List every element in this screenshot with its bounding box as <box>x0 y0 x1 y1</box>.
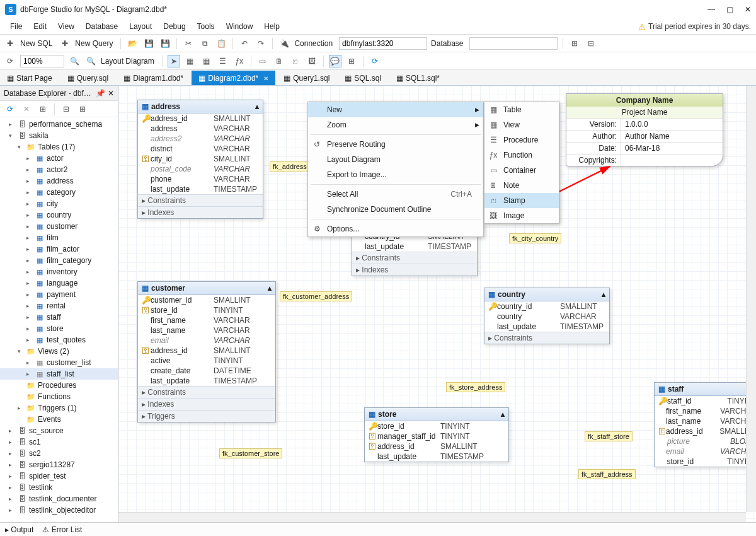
collapse-icon[interactable]: ▴ <box>268 284 272 293</box>
tree-node[interactable]: ▸film_actor <box>0 243 118 255</box>
entity-customer[interactable]: ▦customer▴ 🔑customer_idSMALLINT⚿store_id… <box>137 281 276 422</box>
context-menu-new[interactable]: ▦Table▦View☰ProcedureƒxFunction▭Containe… <box>484 102 559 224</box>
tree-node[interactable]: ▸customer <box>0 221 118 232</box>
tree-node[interactable]: ▸language <box>0 277 118 289</box>
entity-section[interactable]: ▸ Constraints <box>138 386 275 398</box>
new-sql-icon[interactable]: ✚ <box>4 37 16 50</box>
tree-node[interactable]: ▸test_quotes <box>0 334 118 346</box>
vertical-scrollbar[interactable] <box>746 86 756 512</box>
tree-node[interactable]: ▸actor2 <box>0 164 118 175</box>
tree-node[interactable]: ▸testlink_documenter <box>0 493 118 504</box>
layout-icon[interactable]: ⊞ <box>568 37 581 50</box>
tree-node[interactable]: ▸payment <box>0 289 118 300</box>
doc-tab[interactable]: ▦Diagram1.dbd* <box>117 71 190 85</box>
connection-icon[interactable]: 🔌 <box>278 37 290 50</box>
tree-node[interactable]: ▾Tables (17) <box>0 141 118 153</box>
output-tab[interactable]: ▸ Output <box>5 525 33 534</box>
tree-node[interactable]: ▸inventory <box>0 266 118 277</box>
entity-country[interactable]: ▦country▴ 🔑country_idSMALLINTcountryVARC… <box>484 288 610 344</box>
horizontal-scrollbar[interactable] <box>118 512 746 522</box>
menu-tools[interactable]: Tools <box>192 20 220 33</box>
zoom-combo[interactable] <box>20 55 64 67</box>
entity-section[interactable]: ▸ Indexes <box>138 206 263 218</box>
menu-debug[interactable]: Debug <box>158 20 190 33</box>
context-menu-main[interactable]: New▶Zoom▶↺Preserve RoutingLayout Diagram… <box>307 102 484 237</box>
cut-icon[interactable]: ✂ <box>182 37 195 50</box>
tree-node[interactable]: ▸film <box>0 232 118 243</box>
entity-section[interactable]: ▸ Triggers <box>138 410 275 422</box>
tree-node[interactable]: ▸sc2 <box>0 448 118 459</box>
tree-node[interactable]: ▸actor <box>0 153 118 164</box>
tree-node[interactable]: ▸spider_test <box>0 470 118 482</box>
menu-help[interactable]: Help <box>259 20 285 33</box>
entity-section[interactable]: ▸ Constraints <box>352 252 477 264</box>
undo-icon[interactable]: ↶ <box>238 37 251 50</box>
menu-item[interactable]: 🖼Image <box>484 208 559 223</box>
tree-node[interactable]: ▾sakila <box>0 130 118 141</box>
menu-item[interactable]: ☰Procedure <box>484 132 559 148</box>
menu-item[interactable]: Synchronize Document Outline <box>308 202 483 217</box>
maximize-button[interactable]: ▢ <box>726 5 733 14</box>
add-view-icon[interactable]: ▦ <box>200 55 213 67</box>
tree-node[interactable]: ▸store <box>0 323 118 334</box>
close-panel-icon[interactable]: ✕ <box>108 89 114 98</box>
menu-edit[interactable]: Edit <box>28 20 52 33</box>
stamp-icon[interactable]: ⏍ <box>289 55 302 67</box>
add-proc-icon[interactable]: ☰ <box>217 55 229 67</box>
copy-icon[interactable]: ⧉ <box>198 37 211 50</box>
refresh-icon[interactable]: ⟳ <box>4 55 16 67</box>
tree-tool-icon[interactable]: ⊞ <box>37 103 49 115</box>
doc-tab[interactable]: ▦Query1.sql <box>277 71 336 85</box>
minimize-button[interactable]: — <box>707 5 715 14</box>
menu-view[interactable]: View <box>53 20 79 33</box>
entity-store[interactable]: ▦store▴ 🔑store_idTINYINT⚿manager_staff_i… <box>364 407 509 462</box>
tree-node[interactable]: Functions <box>0 391 118 402</box>
explorer-tree[interactable]: ▸performance_schema▾sakila▾Tables (17)▸a… <box>0 117 118 522</box>
error-list-tab[interactable]: ⚠ Error List <box>42 525 82 534</box>
tree-node[interactable]: ▸testlink_objecteditor <box>0 504 118 516</box>
new-query-button[interactable]: New Query <box>75 39 113 48</box>
entity-section[interactable]: ▸ Constraints <box>484 332 609 344</box>
tree-node[interactable]: Events <box>0 414 118 425</box>
menu-item[interactable]: ▦View <box>484 117 559 132</box>
open-icon[interactable]: 📂 <box>126 37 139 50</box>
tree-node[interactable]: ▸city <box>0 198 118 209</box>
add-table-icon[interactable]: ▦ <box>184 55 197 67</box>
database-combo[interactable] <box>469 37 558 50</box>
menu-item[interactable]: ↺Preserve Routing <box>308 137 483 152</box>
menu-file[interactable]: File <box>5 20 27 33</box>
entity-staff[interactable]: ▦staff 🔑staff_idTINYINTfirst_nameVARCHAR… <box>654 382 756 467</box>
tree-node[interactable]: ▸address <box>0 175 118 187</box>
menu-item[interactable]: ▦Table <box>484 102 559 117</box>
menu-item[interactable]: Select AllCtrl+A <box>308 187 483 202</box>
entity-section[interactable]: ▸ Constraints <box>138 194 263 206</box>
doc-tab[interactable]: ▦SQL1.sql* <box>389 71 447 85</box>
doc-tab[interactable]: ▦Query.sql <box>60 71 115 85</box>
tree-node[interactable]: ▸category <box>0 187 118 198</box>
new-query-icon[interactable]: ✚ <box>59 37 71 50</box>
note-toggle-icon[interactable]: 💬 <box>329 55 341 67</box>
zoom-in-icon[interactable]: 🔍 <box>68 55 81 67</box>
menu-item[interactable]: New▶ <box>308 102 483 117</box>
zoom-out-icon[interactable]: 🔍 <box>84 55 97 67</box>
layout-diagram-button[interactable]: Layout Diagram <box>101 57 154 66</box>
grid-icon[interactable]: ⊞ <box>345 55 358 67</box>
tree-node[interactable]: ▸customer_list <box>0 357 118 368</box>
tree-node[interactable]: ▸sergio113287 <box>0 459 118 470</box>
entity-section[interactable]: ▸ Indexes <box>138 398 275 410</box>
pin-icon[interactable]: 📌 <box>96 89 105 98</box>
connection-combo[interactable] <box>339 37 427 50</box>
menu-database[interactable]: Database <box>81 20 123 33</box>
menu-item[interactable]: ⚙Options... <box>308 221 483 236</box>
close-button[interactable]: ✕ <box>745 5 751 14</box>
tree-node[interactable]: ▸testlink <box>0 482 118 493</box>
doc-tab[interactable]: ▦Diagram2.dbd*✕ <box>192 71 275 85</box>
tree-collapse-icon[interactable]: ⊟ <box>60 103 72 115</box>
tree-node[interactable]: ▸film_category <box>0 255 118 266</box>
save-all-icon[interactable]: 💾 <box>159 37 171 50</box>
paste-icon[interactable]: 📋 <box>215 37 227 50</box>
tree-node[interactable]: ▸performance_schema <box>0 119 118 130</box>
entity-address[interactable]: ▦address▴ 🔑address_idSMALLINTaddressVARC… <box>137 100 263 219</box>
note-icon[interactable]: 🗎 <box>273 55 285 67</box>
new-sql-button[interactable]: New SQL <box>20 39 52 48</box>
